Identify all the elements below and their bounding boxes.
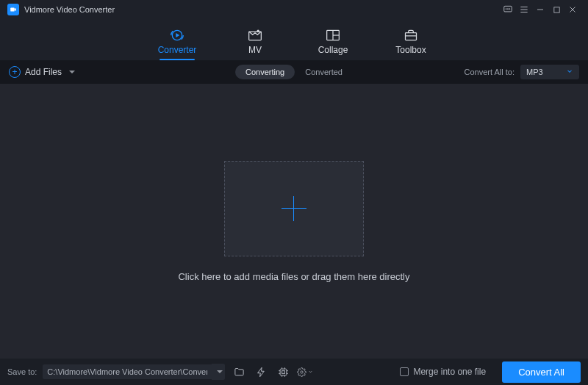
main-area: Click here to add media files or drag th… (0, 84, 588, 359)
convert-all-label: Convert All to: (465, 68, 514, 76)
svg-point-2 (506, 9, 506, 10)
status-segmented: Converting Converted (235, 65, 353, 79)
tab-mv[interactable]: MV (233, 29, 277, 60)
add-files-label: Add Files (25, 67, 62, 77)
svg-point-3 (508, 9, 509, 10)
svg-marker-13 (176, 33, 179, 37)
tab-converter[interactable]: Converter (155, 29, 199, 60)
tab-label: Converter (158, 45, 197, 55)
svg-rect-21 (280, 369, 287, 375)
tab-label: MV (248, 45, 262, 55)
main-tabs: Converter MV Collage (0, 19, 588, 60)
svg-rect-22 (282, 370, 284, 373)
mv-icon (247, 29, 263, 42)
settings-button[interactable] (297, 364, 313, 380)
convert-all-format: Convert All to: MP3 (465, 65, 579, 79)
save-path-dropdown[interactable] (212, 364, 225, 380)
chevron-down-icon (566, 67, 573, 77)
add-files-button[interactable]: + Add Files (9, 66, 75, 78)
toolbox-icon (403, 29, 419, 42)
plus-circle-icon: + (9, 66, 21, 78)
app-title: Vidmore Video Converter (24, 5, 115, 14)
svg-rect-9 (553, 7, 559, 12)
bottombar: Save to: Merge into o (0, 359, 588, 385)
segment-converted[interactable]: Converted (295, 65, 353, 79)
window-close-icon[interactable] (564, 2, 581, 17)
merge-checkbox[interactable]: Merge into one file (400, 367, 486, 377)
window-minimize-icon[interactable] (532, 2, 548, 17)
convert-all-button[interactable]: Convert All (502, 361, 581, 383)
save-path-input[interactable] (43, 364, 212, 379)
plus-icon (279, 194, 309, 223)
drop-hint: Click here to add media files or drag th… (178, 271, 409, 282)
chevron-down-icon (217, 370, 223, 373)
tab-label: Collage (318, 45, 348, 55)
checkbox-icon (400, 367, 409, 376)
merge-label: Merge into one file (413, 367, 486, 377)
format-selector[interactable]: MP3 (520, 65, 579, 79)
format-selected: MP3 (526, 68, 566, 76)
gpu-toggle-button[interactable] (275, 364, 291, 380)
converter-icon (169, 29, 185, 42)
tab-collage[interactable]: Collage (311, 29, 355, 60)
segment-converting[interactable]: Converting (235, 65, 295, 79)
speed-toggle-button[interactable] (253, 364, 269, 380)
titlebar: Vidmore Video Converter (0, 0, 588, 19)
chevron-down-icon (69, 71, 75, 73)
open-folder-button[interactable] (231, 364, 247, 380)
dropzone[interactable] (224, 161, 364, 256)
tab-toolbox[interactable]: Toolbox (389, 29, 433, 60)
svg-rect-19 (406, 33, 417, 40)
window-maximize-icon[interactable] (548, 2, 564, 17)
collage-icon (325, 29, 341, 42)
save-to-label: Save to: (7, 367, 37, 376)
svg-point-15 (257, 30, 259, 32)
svg-point-4 (509, 9, 510, 10)
svg-point-31 (301, 370, 303, 373)
tab-label: Toolbox (395, 45, 426, 55)
menu-icon[interactable] (516, 2, 532, 17)
feedback-icon[interactable] (500, 2, 516, 17)
svg-rect-0 (10, 8, 14, 12)
actionbar: + Add Files Converting Converted Convert… (0, 60, 588, 84)
app-logo (7, 4, 19, 15)
